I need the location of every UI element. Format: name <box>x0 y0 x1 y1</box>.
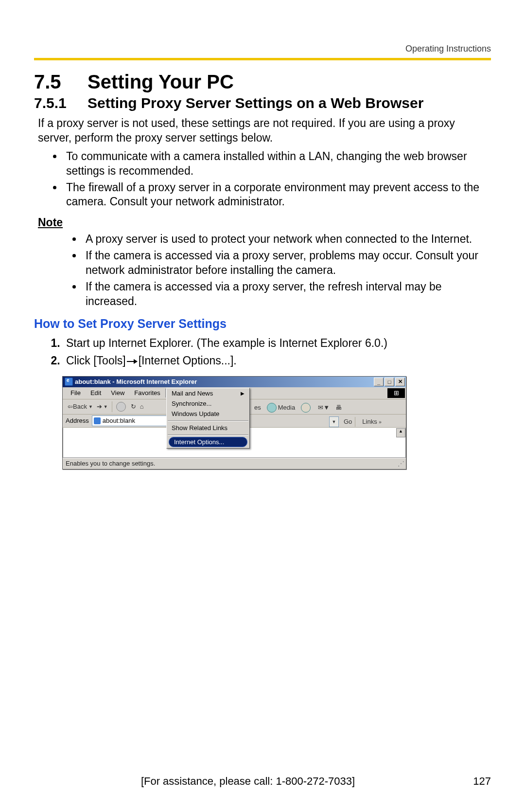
stop-button[interactable] <box>114 401 129 413</box>
bullet-item: The firewall of a proxy server in a corp… <box>63 180 491 210</box>
page-footer: [For assistance, please call: 1-800-272-… <box>34 775 491 788</box>
close-button[interactable]: ✕ <box>395 378 405 386</box>
menu-item-synchronize[interactable]: Synchronize... <box>167 398 249 409</box>
steps-list: Start up Internet Explorer. (The example… <box>34 335 491 369</box>
step-item: Start up Internet Explorer. (The example… <box>63 335 491 352</box>
subsection-number: 7.5.1 <box>34 95 88 111</box>
windows-logo-icon: ⊞ <box>387 388 405 398</box>
header-rule <box>34 58 491 60</box>
toolbar-right: es Media ✉▼ 🖶 <box>251 402 345 414</box>
menu-favorites[interactable]: Favorites <box>129 388 165 397</box>
address-label: Address <box>66 417 89 424</box>
bullet-item: If the camera is accessed via a proxy se… <box>83 280 491 309</box>
mail-button[interactable]: ✉▼ <box>315 403 332 412</box>
status-text: Enables you to change settings. <box>66 460 155 467</box>
menu-edit[interactable]: Edit <box>86 388 106 397</box>
menu-item-show-related-links[interactable]: Show Related Links <box>167 423 249 433</box>
bullet-item: If the camera is accessed via a proxy se… <box>83 249 491 278</box>
window-titlebar[interactable]: about:blank - Microsoft Internet Explore… <box>63 377 406 387</box>
step-item: Click [Tools][Internet Options...]. <box>63 352 491 369</box>
section-number: 7.5 <box>34 71 88 93</box>
note-bullets: A proxy server is used to protect your n… <box>34 232 491 308</box>
history-icon <box>301 403 311 413</box>
menu-view[interactable]: View <box>106 388 129 397</box>
refresh-button[interactable]: ↻ <box>129 402 138 411</box>
media-icon <box>267 403 277 413</box>
addressbar-right: ▼ Go Links » <box>251 416 402 427</box>
home-button[interactable]: ⌂ <box>138 402 146 411</box>
scroll-up-button[interactable]: ▲ <box>396 428 405 437</box>
menu-separator <box>168 434 248 435</box>
note-label: Note <box>38 216 491 229</box>
history-button[interactable] <box>298 402 315 414</box>
back-button[interactable]: ⇦ Back▼ <box>66 402 95 411</box>
menu-file[interactable]: File <box>66 388 86 397</box>
menu-item-internet-options[interactable]: Internet Options... <box>169 437 247 447</box>
links-label[interactable]: Links » <box>362 418 382 425</box>
media-button[interactable]: Media <box>264 402 298 414</box>
ie-icon <box>65 378 73 386</box>
bullet-item: A proxy server is used to protect your n… <box>83 232 491 247</box>
intro-bullets: To communicate with a camera installed w… <box>34 149 491 210</box>
minimize-button[interactable]: _ <box>374 378 384 386</box>
resize-grip-icon[interactable]: ⋰ <box>398 460 403 468</box>
forward-button[interactable]: ➔▼ <box>95 402 110 411</box>
footer-assist: [For assistance, please call: 1-800-272-… <box>34 775 462 788</box>
arrow-icon <box>127 359 138 364</box>
menu-item-mail-and-news[interactable]: Mail and News▶ <box>167 388 249 398</box>
maximize-button[interactable]: □ <box>385 378 394 386</box>
address-dropdown-button[interactable]: ▼ <box>329 416 339 427</box>
bullet-item: To communicate with a camera installed w… <box>63 149 491 179</box>
page-number: 127 <box>462 775 491 788</box>
howto-heading: How to Set Proxy Server Settings <box>34 317 491 331</box>
step-text-part1: Click [Tools] <box>66 354 126 367</box>
window-title: about:blank - Microsoft Internet Explore… <box>75 378 197 385</box>
subsection-heading: 7.5.1Setting Proxy Server Settings on a … <box>34 95 491 111</box>
menu-separator <box>168 420 248 421</box>
page-icon <box>94 417 101 424</box>
subsection-title: Setting Proxy Server Settings on a Web B… <box>88 95 423 111</box>
favorites-button[interactable]: es <box>251 403 264 412</box>
running-header: Operating Instructions <box>34 44 491 54</box>
step-text-part2: [Internet Options...]. <box>139 354 237 367</box>
tools-dropdown: Mail and News▶ Synchronize... Windows Up… <box>166 388 250 449</box>
address-value: about:blank <box>103 417 135 424</box>
print-button[interactable]: 🖶 <box>332 403 345 412</box>
section-heading: 7.5Setting Your PC <box>34 71 491 93</box>
go-button[interactable]: Go <box>344 418 352 425</box>
stop-icon <box>116 402 126 412</box>
section-title: Setting Your PC <box>88 71 234 92</box>
status-bar: Enables you to change settings. ⋰ <box>63 458 406 469</box>
menu-item-windows-update[interactable]: Windows Update <box>167 409 249 419</box>
ie-window: about:blank - Microsoft Internet Explore… <box>62 376 406 469</box>
intro-paragraph: If a proxy server is not used, these set… <box>34 116 491 145</box>
